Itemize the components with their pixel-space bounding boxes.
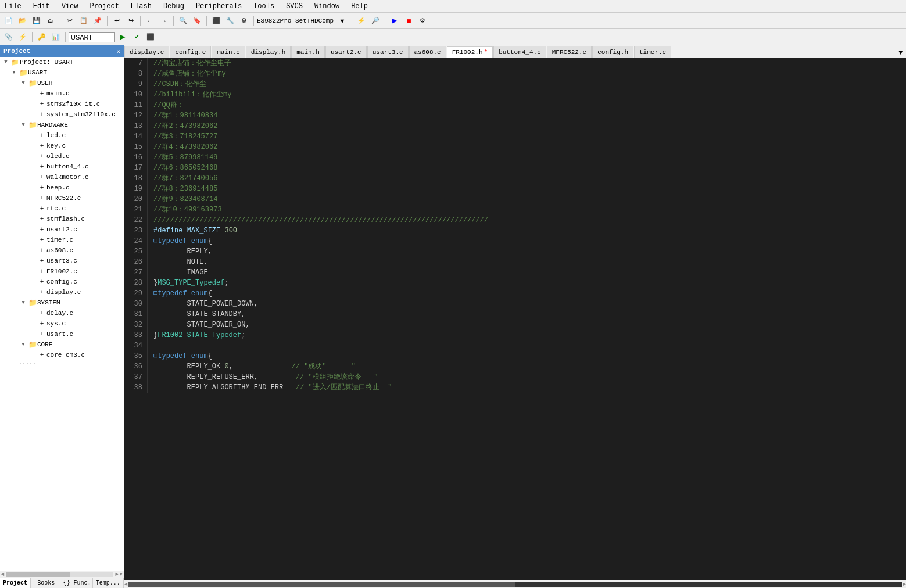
sidebar-tab-books[interactable]: Books — [31, 578, 62, 588]
tab-usart2-c[interactable]: usart2.c — [325, 46, 367, 58]
scroll-right-btn[interactable]: ► — [115, 572, 118, 578]
code-hscroll-right[interactable]: ► — [903, 582, 906, 587]
tree-stmflash[interactable]: + stmflash.c — [0, 214, 124, 224]
save-all-btn[interactable]: 🗂 — [44, 15, 57, 27]
menu-flash[interactable]: Flash — [128, 1, 154, 12]
line-code-7[interactable]: //淘宝店铺：化作尘电子 — [148, 58, 906, 69]
debug-btn[interactable]: ▶ — [388, 15, 401, 27]
line-code-28[interactable]: }MSG_TYPE_Typedef; — [148, 278, 906, 288]
tree-mfrc522[interactable]: + MFRC522.c — [0, 193, 124, 203]
tree-usart2[interactable]: + usart2.c — [0, 224, 124, 235]
line-code-34[interactable] — [148, 340, 906, 351]
green-run-btn[interactable]: ▶ — [116, 31, 129, 44]
flash-btn[interactable]: ⚡ — [355, 15, 368, 27]
hscroll-track[interactable] — [6, 572, 113, 577]
tree-usart-c[interactable]: + usart.c — [0, 329, 124, 339]
tab-display-c[interactable]: display.c — [124, 46, 169, 58]
line-code-10[interactable]: //bilibili：化作尘my — [148, 89, 906, 100]
project-name-input[interactable] — [69, 32, 115, 42]
menu-file[interactable]: File — [2, 1, 24, 12]
t2-btn4[interactable]: 📊 — [49, 31, 62, 44]
nav-back-btn[interactable]: ← — [144, 15, 156, 27]
tree-display-c[interactable]: + display.c — [0, 287, 124, 297]
line-code-13[interactable]: //群2：473982062 — [148, 121, 906, 131]
orange-btn[interactable]: ⬛ — [144, 31, 157, 44]
new-btn[interactable]: 📄 — [2, 15, 15, 27]
line-code-17[interactable]: //群6：865052468 — [148, 163, 906, 173]
code-hscroll[interactable]: ◄ ► — [124, 580, 906, 588]
sidebar-tab-project[interactable]: Project — [0, 578, 31, 588]
save-btn[interactable]: 💾 — [30, 15, 43, 27]
tree-user-folder[interactable]: ▼ 📁 USER — [0, 78, 124, 88]
tree-oled[interactable]: + oled.c — [0, 151, 124, 162]
line-code-35[interactable]: ⊟typedef enum{ — [148, 351, 906, 361]
line-code-24[interactable]: ⊟typedef enum{ — [148, 236, 906, 246]
tab-config-h[interactable]: config.h — [592, 46, 633, 58]
tree-delay[interactable]: + delay.c — [0, 308, 124, 318]
copy-btn[interactable]: 📋 — [77, 15, 90, 27]
tree-key[interactable]: + key.c — [0, 141, 124, 151]
bookmark-btn[interactable]: 🔖 — [191, 15, 203, 27]
menu-window[interactable]: Window — [312, 1, 342, 12]
menu-project[interactable]: Project — [87, 1, 121, 12]
line-code-23[interactable]: #define MAX_SIZE 300 — [148, 225, 906, 236]
stop-btn[interactable]: ⏹ — [402, 15, 415, 27]
menu-help[interactable]: Help — [349, 1, 370, 12]
line-code-30[interactable]: STATE_POWER_DOWN, — [148, 299, 906, 309]
tree-system-folder[interactable]: ▼ 📁 SYSTEM — [0, 297, 124, 308]
tab-config-c[interactable]: config.c — [170, 46, 211, 58]
line-code-21[interactable]: //群10：499163973 — [148, 205, 906, 215]
scroll-down-btn[interactable]: ▼ — [120, 572, 123, 578]
tab-mfrc522[interactable]: MFRC522.c — [547, 46, 592, 58]
tree-usart[interactable]: ▼ 📁 USART — [0, 67, 124, 78]
line-code-12[interactable]: //群1：981140834 — [148, 110, 906, 121]
line-code-27[interactable]: IMAGE — [148, 267, 906, 278]
menu-view[interactable]: View — [59, 1, 81, 12]
line-code-9[interactable]: //CSDN：化作尘 — [148, 79, 906, 89]
tree-main-c[interactable]: + main.c — [0, 88, 124, 99]
tree-stm32it[interactable]: + stm32f10x_it.c — [0, 99, 124, 109]
code-hscroll-thumb[interactable] — [128, 582, 515, 587]
tab-usart3-c[interactable]: usart3.c — [367, 46, 409, 58]
tab-overflow-btn[interactable]: ▼ — [895, 48, 906, 58]
expand-system[interactable]: ▼ — [19, 298, 28, 307]
rebuild-btn[interactable]: ⚙ — [238, 15, 250, 27]
line-code-26[interactable]: NOTE, — [148, 257, 906, 267]
tab-main-c[interactable]: main.c — [212, 46, 245, 58]
line-code-15[interactable]: //群4：473982062 — [148, 142, 906, 152]
line-code-19[interactable]: //群8：236914485 — [148, 184, 906, 194]
green-check-btn[interactable]: ✔ — [130, 31, 143, 44]
menu-edit[interactable]: Edit — [31, 1, 52, 12]
redo-btn[interactable]: ↪ — [124, 15, 137, 27]
expand-hardware[interactable]: ▼ — [19, 120, 28, 130]
paste-btn[interactable]: 📌 — [91, 15, 104, 27]
zoom-btn[interactable]: 🔎 — [369, 15, 382, 27]
tree-core-cm3[interactable]: + core_cm3.c — [0, 350, 124, 360]
line-code-37[interactable]: REPLY_REFUSE_ERR, // "模组拒绝该命令 " — [148, 372, 906, 382]
sidebar-tab-func[interactable]: {} Func... — [62, 578, 93, 588]
tab-display-h[interactable]: display.h — [246, 46, 291, 58]
tree-timer[interactable]: + timer.c — [0, 235, 124, 245]
target-dropdown[interactable]: ▼ — [336, 15, 349, 27]
find-btn[interactable]: 🔍 — [177, 15, 189, 27]
tree-project-root[interactable]: ▼ 📁 Project: USART — [0, 57, 124, 67]
line-code-38[interactable]: REPLY_ALGORITHM_END_ERR // "进入/匹配算法口终止 " — [148, 382, 906, 393]
t2-btn3[interactable]: 🔑 — [35, 31, 48, 44]
line-code-20[interactable]: //群9：820408714 — [148, 194, 906, 205]
tree-rtc[interactable]: + rtc.c — [0, 203, 124, 214]
tab-as608-c[interactable]: as608.c — [409, 46, 446, 58]
undo-btn[interactable]: ↩ — [110, 15, 123, 27]
line-code-29[interactable]: ⊟typedef enum{ — [148, 288, 906, 299]
expand-project[interactable]: ▼ — [1, 58, 10, 67]
line-code-32[interactable]: STATE_POWER_ON, — [148, 320, 906, 330]
code-editor[interactable]: 7 //淘宝店铺：化作尘电子 8 //咸鱼店铺：化作尘my 9 //CSDN：化… — [124, 58, 906, 580]
line-code-25[interactable]: REPLY, — [148, 246, 906, 257]
tree-system[interactable]: + system_stm32f10x.c — [0, 109, 124, 120]
tree-led[interactable]: + led.c — [0, 130, 124, 141]
sidebar-hscroll[interactable]: ◄ ► ▼ — [0, 571, 124, 578]
tree-walkmotor[interactable]: + walkmotor.c — [0, 172, 124, 182]
menu-tools[interactable]: Tools — [251, 1, 277, 12]
line-code-22[interactable]: ////////////////////////////////////////… — [148, 215, 906, 225]
tab-button4[interactable]: button4_4.c — [493, 46, 546, 58]
code-hscroll-left[interactable]: ◄ — [124, 582, 127, 587]
